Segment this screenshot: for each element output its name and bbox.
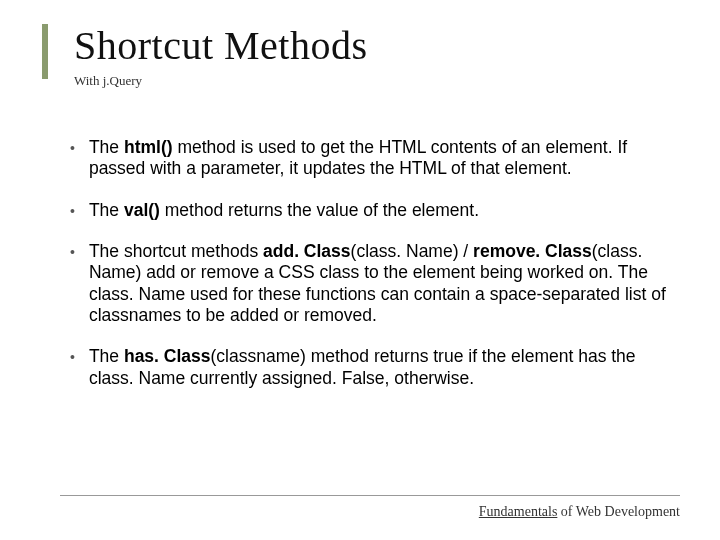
bullet-text: The val() method returns the value of th… xyxy=(89,200,670,221)
text-fragment: (class. Name) / xyxy=(351,241,474,261)
bullet-text: The has. Class(classname) method returns… xyxy=(89,346,670,389)
slide-title: Shortcut Methods xyxy=(74,22,680,69)
footer-divider xyxy=(60,495,680,496)
bullet-item: • The val() method returns the value of … xyxy=(70,200,670,221)
content-area: • The html() method is used to get the H… xyxy=(70,137,670,389)
slide-subtitle: With j.Query xyxy=(74,73,680,89)
bullet-text: The html() method is used to get the HTM… xyxy=(89,137,670,180)
bold-fragment: has. Class xyxy=(124,346,211,366)
bold-fragment: val() xyxy=(124,200,160,220)
footer-text: Fundamentals of Web Development xyxy=(479,504,680,520)
bullet-item: • The html() method is used to get the H… xyxy=(70,137,670,180)
bullet-dot-icon: • xyxy=(70,140,75,157)
text-fragment: The xyxy=(89,200,124,220)
text-fragment: The xyxy=(89,346,124,366)
text-fragment: The xyxy=(89,137,124,157)
bold-fragment: html() xyxy=(124,137,173,157)
footer-underlined: Fundamentals xyxy=(479,504,558,519)
bullet-item: • The shortcut methods add. Class(class.… xyxy=(70,241,670,326)
bold-fragment: remove. Class xyxy=(473,241,592,261)
accent-bar xyxy=(42,24,48,79)
bullet-text: The shortcut methods add. Class(class. N… xyxy=(89,241,670,326)
bullet-dot-icon: • xyxy=(70,203,75,220)
bullet-dot-icon: • xyxy=(70,244,75,261)
bullet-dot-icon: • xyxy=(70,349,75,366)
bullet-item: • The has. Class(classname) method retur… xyxy=(70,346,670,389)
slide: Shortcut Methods With j.Query • The html… xyxy=(0,0,720,540)
footer-rest: of Web Development xyxy=(557,504,680,519)
bold-fragment: add. Class xyxy=(263,241,351,261)
text-fragment: method returns the value of the element. xyxy=(160,200,479,220)
text-fragment: The shortcut methods xyxy=(89,241,263,261)
